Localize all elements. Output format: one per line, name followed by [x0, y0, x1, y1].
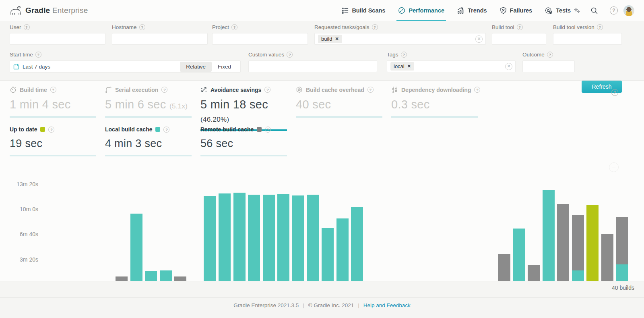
build-bar[interactable] [543, 190, 555, 281]
help-icon[interactable]: ? [161, 87, 167, 93]
stopwatch-icon [10, 86, 17, 93]
build-bar[interactable] [528, 265, 540, 281]
build-tool-version-input[interactable] [553, 33, 622, 45]
help-icon[interactable]: ? [231, 24, 237, 30]
cache-metric-up-to-date[interactable]: Up to date ? 19 sec [10, 126, 105, 156]
bar-segment-teal [160, 270, 172, 281]
build-bar[interactable] [351, 207, 363, 281]
help-icon[interactable]: ? [474, 87, 480, 93]
nav-item-performance[interactable]: Performance [392, 0, 451, 21]
build-bar[interactable] [130, 214, 142, 281]
help-icon[interactable]: ? [139, 24, 145, 30]
custom-values-input[interactable] [248, 60, 377, 72]
user-avatar[interactable] [623, 5, 634, 16]
nav-item-tests[interactable]: Tests [539, 0, 586, 21]
help-icon[interactable]: ? [610, 6, 618, 15]
build-bar[interactable] [277, 194, 289, 281]
build-bar[interactable] [219, 193, 231, 281]
nav-item-trends[interactable]: Trends [451, 0, 493, 21]
footer-separator: | [358, 302, 359, 308]
help-icon[interactable]: ? [48, 127, 54, 133]
filter-chip[interactable]: local ✕ [390, 62, 414, 71]
bar-segment-teal [130, 214, 142, 281]
help-icon[interactable]: ? [597, 24, 603, 30]
nav-item-failures[interactable]: Failures [493, 0, 539, 21]
chip-remove-icon[interactable]: ✕ [335, 36, 339, 42]
nav-item-build-scans[interactable]: Build Scans [335, 0, 392, 21]
build-bar[interactable] [586, 205, 599, 281]
help-icon[interactable]: ? [547, 52, 553, 58]
help-icon[interactable]: ? [401, 52, 407, 58]
brand-name-bold: Gradle [25, 6, 50, 15]
build-bar[interactable] [572, 215, 584, 281]
build-bar[interactable] [145, 271, 157, 281]
build-bar[interactable] [601, 234, 613, 281]
build-bar[interactable] [616, 217, 628, 281]
metric-serial-execution[interactable]: Serial execution ? 5 min 6 sec (5.1x) [105, 86, 200, 118]
build-bar[interactable] [248, 195, 260, 281]
build-bar[interactable] [498, 254, 510, 281]
help-icon[interactable]: ? [517, 24, 523, 30]
build-bar[interactable] [160, 270, 172, 281]
build-bar[interactable] [204, 196, 216, 281]
cache-metric-remote-build-cache[interactable]: Remote build cache ? 56 sec [200, 126, 296, 156]
tags-input[interactable]: local ✕ ✕ [387, 60, 516, 72]
build-bar[interactable] [557, 204, 569, 281]
build-bar[interactable] [116, 276, 128, 281]
tasks-input[interactable]: build ✕ ✕ [314, 33, 486, 45]
help-icon[interactable]: ? [367, 87, 374, 93]
bar-segment-teal [543, 190, 555, 281]
project-input[interactable] [212, 33, 308, 45]
toggle-fixed[interactable]: Fixed [212, 62, 237, 72]
build-bar[interactable] [174, 276, 186, 281]
metric-build-time[interactable]: Build time ? 1 min 4 sec [10, 86, 105, 118]
outcome-input[interactable] [522, 60, 575, 72]
build-bar[interactable] [263, 195, 275, 281]
metric-dependency-downloading[interactable]: Dependency downloading ? 0.3 sec [391, 86, 487, 118]
bar-segment-teal [513, 229, 525, 281]
bar-segment-teal [263, 195, 275, 281]
filter-label-text: Hostname [112, 24, 137, 30]
metric-underline [296, 116, 382, 118]
build-bar[interactable] [322, 228, 334, 281]
filter-label-text: Build tool [492, 24, 514, 30]
help-icon[interactable]: ? [50, 87, 56, 93]
help-icon[interactable]: ? [265, 127, 271, 133]
help-icon[interactable]: ? [287, 52, 293, 58]
bar-segment-gray [601, 234, 613, 281]
help-icon[interactable]: ? [372, 24, 378, 30]
metric-build-cache-overhead[interactable]: Build cache overhead ? 40 sec [296, 86, 391, 118]
help-icon[interactable]: ? [264, 87, 270, 93]
build-tool-input[interactable] [492, 33, 546, 45]
toggle-relative[interactable]: Relative [180, 62, 212, 72]
cache-metric-local-build-cache[interactable]: Local build cache ? 4 min 3 sec [105, 126, 200, 156]
build-bar[interactable] [513, 229, 525, 281]
start-time-input[interactable]: Last 7 daysRelativeFixed [10, 60, 241, 73]
brand-name: Gradle Enterprise [25, 6, 88, 15]
chip-remove-icon[interactable]: ✕ [407, 64, 411, 69]
filter-field-build-tool-version: Build tool version ? [553, 24, 622, 45]
filter-bar: Refresh User ? Hostname ? Project ? [0, 21, 644, 81]
metric-title: Build cache overhead ? [296, 86, 391, 93]
help-icon[interactable]: ? [24, 24, 30, 30]
zoom-out-icon[interactable]: – [609, 162, 619, 172]
help-icon[interactable]: ? [35, 52, 41, 58]
user-input[interactable] [10, 33, 105, 45]
brand[interactable]: Gradle Enterprise [10, 6, 88, 15]
build-bar[interactable] [292, 195, 304, 281]
hostname-input[interactable] [112, 33, 208, 45]
clear-input-icon[interactable]: ✕ [505, 63, 512, 70]
build-bar[interactable] [307, 195, 319, 281]
metric-avoidance-savings[interactable]: Avoidance savings ? 5 min 18 sec (46.20%… [200, 86, 296, 131]
filter-field-hostname: Hostname ? [112, 24, 208, 45]
build-bar[interactable] [336, 218, 349, 281]
help-and-feedback-link[interactable]: Help and Feedback [363, 302, 411, 308]
clear-input-icon[interactable]: ✕ [475, 35, 483, 43]
build-bar[interactable] [233, 193, 246, 281]
help-icon[interactable]: ? [611, 89, 618, 96]
help-icon[interactable]: ? [163, 127, 169, 133]
search-icon[interactable] [590, 7, 598, 15]
filter-chip[interactable]: build ✕ [318, 35, 342, 43]
brand-name-light: Enterprise [52, 6, 88, 15]
metric-value: 0.3 sec [391, 98, 487, 111]
